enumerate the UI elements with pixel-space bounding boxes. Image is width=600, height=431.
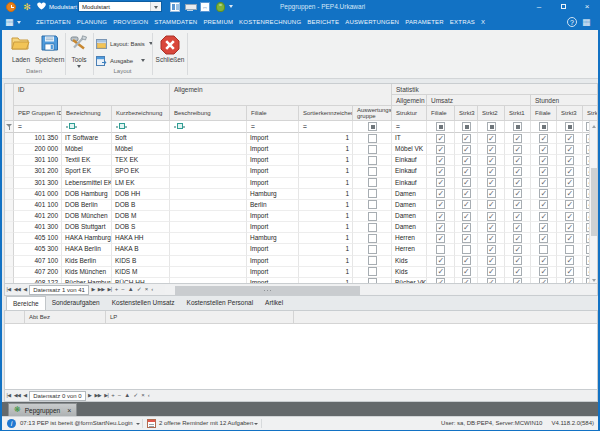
checked-checkbox[interactable]	[462, 267, 471, 276]
grid-cell-s_fil[interactable]	[531, 256, 557, 267]
column-header-struktur[interactable]: Struktur	[392, 106, 427, 121]
table-row[interactable]: 401 200DOB MünchenDOB MImport1Damen	[5, 211, 598, 222]
reminder-icon[interactable]	[147, 419, 156, 428]
checked-checkbox[interactable]	[487, 145, 496, 154]
filter-cell-bez[interactable]	[62, 121, 112, 133]
grid-cell-pep_id[interactable]: 200 000	[14, 144, 62, 155]
filter-cell-filiale[interactable]: =	[247, 121, 299, 133]
filter-cell-sortier[interactable]: =	[299, 121, 353, 133]
detail-nav-last-button[interactable]: ▶|	[103, 390, 110, 401]
grid-cell-sortier[interactable]: 1	[299, 189, 353, 200]
grid-cell-u_fil[interactable]	[427, 155, 455, 166]
grid-cell-s_fil[interactable]	[531, 244, 557, 255]
schliessen-button[interactable]: Schließen	[154, 35, 186, 68]
grid-cell-filiale[interactable]: Import	[247, 144, 299, 155]
grid-cell-struktur[interactable]: Einkauf	[392, 178, 427, 189]
grid-cell-u_s1[interactable]	[505, 166, 531, 177]
grid-cell-u_s3[interactable]	[455, 200, 478, 211]
filter-cell-beschr[interactable]	[170, 121, 247, 133]
ausgabe-button[interactable]: Ausgabe	[96, 54, 138, 67]
grid-cell-u_s1[interactable]	[505, 222, 531, 233]
column-header-u_fil[interactable]: Filiale	[427, 106, 455, 121]
grid-cell-u_s3[interactable]	[455, 189, 478, 200]
grid-cell-u_s1[interactable]	[505, 233, 531, 244]
chevron-down-icon[interactable]	[254, 423, 258, 425]
unchecked-checkbox[interactable]	[368, 156, 377, 165]
grid-cell-beschr[interactable]	[170, 222, 247, 233]
grid-cell-bez[interactable]: Lebensmittel EK	[62, 178, 112, 189]
grid-cell-u_s1[interactable]	[505, 144, 531, 155]
chevron-down-icon[interactable]	[150, 2, 161, 11]
grid-cell-beschr[interactable]	[170, 144, 247, 155]
grid-cell-sortier[interactable]: 1	[299, 222, 353, 233]
grid-cell-s_fil[interactable]	[531, 178, 557, 189]
table-row[interactable]: 200 000MöbelMöbelImport1Möbel VK	[5, 144, 598, 155]
grid-cell-u_fil[interactable]	[427, 144, 455, 155]
checked-checkbox[interactable]	[539, 167, 548, 176]
unchecked-checkbox[interactable]	[368, 212, 377, 221]
grid-cell-u_s2[interactable]	[478, 200, 505, 211]
checked-checkbox[interactable]	[539, 178, 548, 187]
status-message[interactable]: 07:13 PEP ist bereit @formStartNeu.Login	[20, 417, 133, 430]
checked-checkbox[interactable]	[462, 223, 471, 232]
grid-cell-sortier[interactable]: 1	[299, 200, 353, 211]
checked-checkbox[interactable]	[487, 223, 496, 232]
grid-cell-struktur[interactable]: Damen	[392, 189, 427, 200]
checked-checkbox[interactable]	[513, 200, 522, 209]
menu-tab-kostenrechnung[interactable]: KOSTENRECHNUNG	[236, 14, 304, 30]
detail-tab-sonderaufgaben[interactable]: Sonderaufgaben	[46, 296, 106, 310]
grid-cell-bez[interactable]: IT Software	[62, 133, 112, 144]
checked-checkbox[interactable]	[462, 212, 471, 221]
checked-checkbox[interactable]	[487, 212, 496, 221]
grid-cell-beschr[interactable]	[170, 256, 247, 267]
grid-cell-u_fil[interactable]	[427, 200, 455, 211]
grid-cell-pep_id[interactable]: 405 100	[14, 233, 62, 244]
checked-checkbox[interactable]	[539, 156, 548, 165]
column-header-bez[interactable]: Bezeichnung	[62, 106, 112, 121]
grid-cell-u_s1[interactable]	[505, 267, 531, 278]
grid-cell-filiale[interactable]: Hamburg	[247, 189, 299, 200]
detail-nav-next-page-button[interactable]: ▶▶	[93, 390, 103, 401]
grid-cell-ausw[interactable]	[353, 244, 392, 255]
table-row[interactable]: 301 300Lebensmittel EKLM EKImport1Einkau…	[5, 178, 598, 189]
minimize-button[interactable]: –	[528, 0, 550, 14]
checked-checkbox[interactable]	[436, 156, 445, 165]
unchecked-checkbox[interactable]	[368, 167, 377, 176]
grid-cell-filiale[interactable]: Import	[247, 166, 299, 177]
checked-checkbox[interactable]	[462, 156, 471, 165]
grid-cell-u_s2[interactable]	[478, 155, 505, 166]
heart-icon[interactable]	[36, 2, 46, 12]
grid-cell-u_s2[interactable]	[478, 178, 505, 189]
grid-cell-bez[interactable]: Kids Berlin	[62, 256, 112, 267]
grid-cell-u_s1[interactable]	[505, 155, 531, 166]
checked-checkbox[interactable]	[539, 134, 548, 143]
grid-cell-ausw[interactable]	[353, 200, 392, 211]
grid-cell-sortier[interactable]: 1	[299, 178, 353, 189]
checked-checkbox[interactable]	[565, 212, 574, 221]
grid-cell-u_s3[interactable]	[455, 155, 478, 166]
grid-cell-u_s2[interactable]	[478, 144, 505, 155]
grid-cell-kurz[interactable]: HAKA HH	[112, 233, 170, 244]
grid-cell-ausw[interactable]	[353, 189, 392, 200]
checked-checkbox[interactable]	[487, 234, 496, 243]
grid-cell-u_fil[interactable]	[427, 256, 455, 267]
checked-checkbox[interactable]	[565, 223, 574, 232]
checked-checkbox[interactable]	[539, 200, 548, 209]
unchecked-checkbox[interactable]	[565, 245, 574, 254]
menu-tab-provision[interactable]: PROVISION	[110, 14, 151, 30]
checked-checkbox[interactable]	[539, 212, 548, 221]
grid-cell-struktur[interactable]: Herren	[392, 244, 427, 255]
column-header-pep_id[interactable]: PEP Gruppen ID	[14, 106, 62, 121]
grid-cell-u_fil[interactable]	[427, 178, 455, 189]
detail-nav-prior-button[interactable]: ◀	[22, 390, 28, 401]
grid-cell-struktur[interactable]: Kids	[392, 267, 427, 278]
scroll-down-icon[interactable]	[592, 279, 596, 282]
filter-cell-kurz[interactable]	[112, 121, 170, 133]
checked-checkbox[interactable]	[513, 245, 522, 254]
grid-cell-u_s2[interactable]	[478, 211, 505, 222]
menu-tab-berichte[interactable]: BERICHTE	[304, 14, 342, 30]
checked-checkbox[interactable]	[487, 200, 496, 209]
menu-tab-planung[interactable]: PLANUNG	[74, 14, 110, 30]
table-row[interactable]: 401 100DOB BerlinDOB BBerlin1Damen	[5, 200, 598, 211]
mdi-tab-pepgruppen[interactable]: ❋ Pepgruppen ×	[8, 403, 77, 416]
